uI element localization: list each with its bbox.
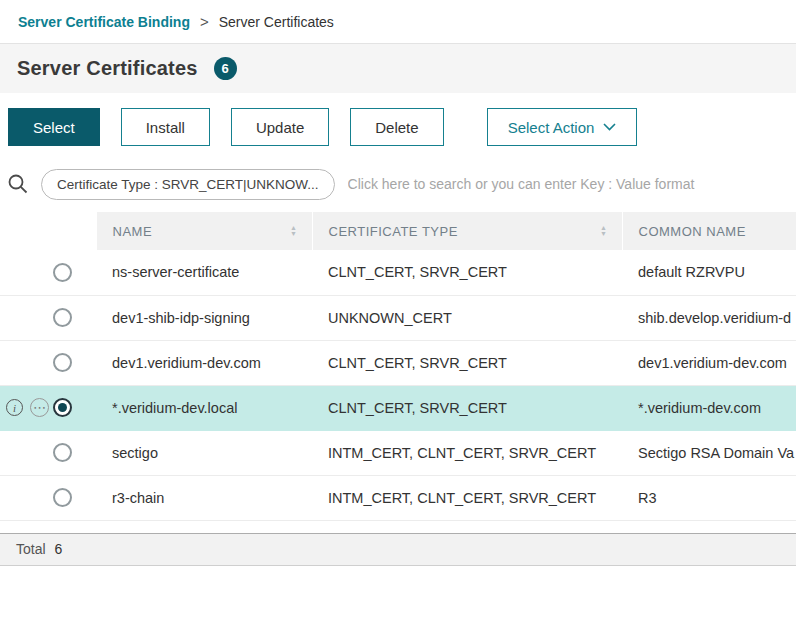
header-action-column	[0, 212, 96, 250]
cell-certificate-type: CLNT_CERT, SRVR_CERT	[312, 250, 622, 295]
breadcrumb: Server Certificate Binding > Server Cert…	[0, 0, 796, 44]
search-icon	[6, 172, 30, 196]
cell-common-name: Sectigo RSA Domain Va	[622, 430, 796, 475]
cell-name: sectigo	[96, 430, 312, 475]
table-row[interactable]: dev1.veridium-dev.com CLNT_CERT, SRVR_CE…	[0, 340, 796, 385]
sort-icon[interactable]: ▲▼	[590, 225, 607, 237]
header-name-label: NAME	[113, 224, 153, 239]
row-radio[interactable]	[53, 263, 72, 282]
server-certificates-page: Server Certificate Binding > Server Cert…	[0, 0, 796, 566]
row-radio[interactable]	[53, 353, 72, 372]
table-row[interactable]: r3-chain INTM_CERT, CLNT_CERT, SRVR_CERT…	[0, 475, 796, 520]
table-header-row: NAME ▲▼ CERTIFICATE TYPE ▲▼ COMMON NAME	[0, 212, 796, 250]
cell-name: dev1-shib-idp-signing	[96, 295, 312, 340]
table-row[interactable]: ns-server-certificate CLNT_CERT, SRVR_CE…	[0, 250, 796, 295]
select-button[interactable]: Select	[8, 108, 100, 146]
breadcrumb-link-server-certificate-binding[interactable]: Server Certificate Binding	[18, 14, 190, 30]
total-bar: Total 6	[0, 533, 796, 566]
cell-name: dev1.veridium-dev.com	[96, 340, 312, 385]
search-bar: Certificate Type : SRVR_CERT|UNKNOW...	[0, 164, 796, 204]
breadcrumb-separator-icon: >	[200, 13, 209, 30]
cell-name: *.veridium-dev.local	[96, 385, 312, 430]
table-row-selected[interactable]: i ⋯ *.veridium-dev.local CLNT_CERT, SRVR…	[0, 385, 796, 430]
cell-common-name: *.veridium-dev.com	[622, 385, 796, 430]
header-certificate-type-label: CERTIFICATE TYPE	[329, 224, 458, 239]
count-badge: 6	[214, 57, 237, 80]
total-label: Total	[16, 541, 46, 557]
certificates-table: NAME ▲▼ CERTIFICATE TYPE ▲▼ COMMON NAME	[0, 212, 796, 521]
header-name[interactable]: NAME ▲▼	[96, 212, 312, 250]
title-band: Server Certificates 6	[0, 44, 796, 93]
sort-icon[interactable]: ▲▼	[280, 225, 297, 237]
cell-certificate-type: INTM_CERT, CLNT_CERT, SRVR_CERT	[312, 475, 622, 520]
install-button[interactable]: Install	[121, 108, 210, 146]
page-title: Server Certificates	[17, 57, 198, 80]
cell-certificate-type: CLNT_CERT, SRVR_CERT	[312, 340, 622, 385]
header-common-name[interactable]: COMMON NAME ▲▼	[622, 212, 796, 250]
delete-button[interactable]: Delete	[350, 108, 443, 146]
cell-name: ns-server-certificate	[96, 250, 312, 295]
filter-chip-certificate-type[interactable]: Certificate Type : SRVR_CERT|UNKNOW...	[41, 169, 335, 200]
chevron-down-icon	[603, 123, 616, 131]
row-radio-selected[interactable]	[53, 398, 72, 417]
more-actions-icon[interactable]: ⋯	[30, 398, 49, 417]
select-action-dropdown[interactable]: Select Action	[487, 108, 638, 146]
row-radio[interactable]	[53, 308, 72, 327]
select-action-label: Select Action	[508, 119, 595, 136]
header-certificate-type[interactable]: CERTIFICATE TYPE ▲▼	[312, 212, 622, 250]
cell-certificate-type: CLNT_CERT, SRVR_CERT	[312, 385, 622, 430]
cell-certificate-type: UNKNOWN_CERT	[312, 295, 622, 340]
breadcrumb-current: Server Certificates	[219, 14, 334, 30]
row-radio[interactable]	[53, 488, 72, 507]
cell-common-name: shib.develop.veridium-d	[622, 295, 796, 340]
search-input[interactable]	[346, 175, 786, 193]
header-common-name-label: COMMON NAME	[639, 224, 746, 239]
cell-certificate-type: INTM_CERT, CLNT_CERT, SRVR_CERT	[312, 430, 622, 475]
info-icon[interactable]: i	[6, 399, 23, 416]
row-radio[interactable]	[53, 443, 72, 462]
table-row[interactable]: sectigo INTM_CERT, CLNT_CERT, SRVR_CERT …	[0, 430, 796, 475]
update-button[interactable]: Update	[231, 108, 329, 146]
cell-common-name: default RZRVPU	[622, 250, 796, 295]
cell-common-name: R3	[622, 475, 796, 520]
cell-name: r3-chain	[96, 475, 312, 520]
cell-common-name: dev1.veridium-dev.com	[622, 340, 796, 385]
total-value: 6	[55, 541, 63, 557]
toolbar: Select Install Update Delete Select Acti…	[0, 108, 796, 146]
table-row[interactable]: dev1-shib-idp-signing UNKNOWN_CERT shib.…	[0, 295, 796, 340]
